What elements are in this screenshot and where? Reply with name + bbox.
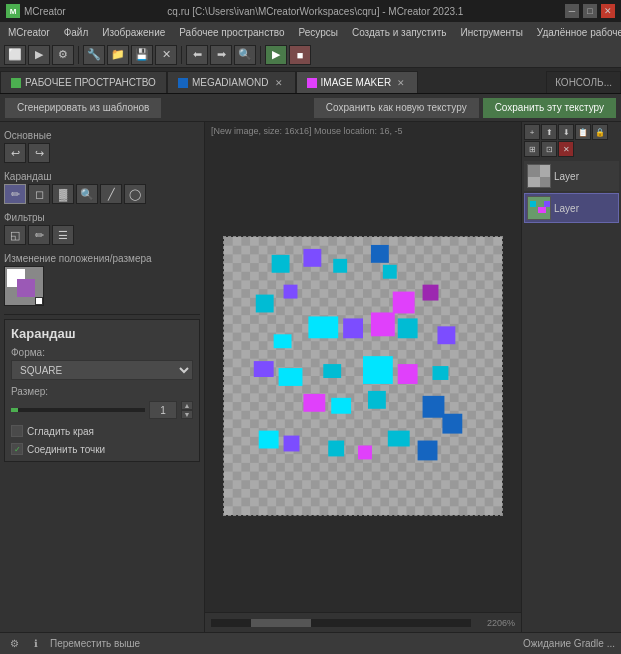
basic-tools: ↩ ↪ (4, 143, 200, 163)
pos-corner-handle[interactable] (35, 297, 43, 305)
eyedropper-tool[interactable]: 🔍 (76, 184, 98, 204)
minimize-button[interactable]: ─ (565, 4, 579, 18)
toolbar-btn-9[interactable]: ➡ (210, 45, 232, 65)
layer-tool-1[interactable]: + (524, 124, 540, 140)
maximize-button[interactable]: □ (583, 4, 597, 18)
tab-image-maker[interactable]: IMAGE MAKER ✕ (296, 71, 419, 93)
run-btn-2[interactable]: ■ (289, 45, 311, 65)
horizontal-scrollbar[interactable] (211, 619, 471, 627)
toolbar-btn-7[interactable]: ✕ (155, 45, 177, 65)
toolbar-btn-1[interactable]: ⬜ (4, 45, 26, 65)
tab-konsole[interactable]: КОНСОЛЬ... (546, 71, 621, 93)
connect-checkbox[interactable] (11, 443, 23, 455)
line-tool[interactable]: ╱ (100, 184, 122, 204)
tab-image-maker-close[interactable]: ✕ (395, 77, 407, 89)
tab-image-maker-label: IMAGE MAKER (321, 77, 392, 88)
size-slider-track[interactable] (11, 408, 145, 412)
svg-rect-23 (363, 356, 393, 384)
info-button[interactable]: ℹ (28, 636, 44, 652)
size-down-button[interactable]: ▼ (181, 410, 193, 419)
scrollbar-thumb[interactable] (251, 619, 311, 627)
run-button[interactable]: ▶ (265, 45, 287, 65)
svg-rect-27 (331, 398, 351, 414)
close-button[interactable]: ✕ (601, 4, 615, 18)
svg-rect-13 (423, 285, 439, 301)
toolbar-btn-6[interactable]: 💾 (131, 45, 153, 65)
size-input[interactable]: 1 (149, 401, 177, 419)
shape-tool[interactable]: ◯ (124, 184, 146, 204)
filter-tool-1[interactable]: ◱ (4, 225, 26, 245)
layer-tool-5[interactable]: 🔒 (592, 124, 608, 140)
main-area: Основные ↩ ↪ Карандаш ✏ ◻ ▓ 🔍 ╱ ◯ Фильтр… (0, 122, 621, 632)
svg-rect-41 (530, 201, 536, 207)
image-icon (307, 78, 317, 88)
layer-label-2: Layer (554, 203, 579, 214)
canvas-viewport[interactable] (205, 140, 521, 612)
menu-image[interactable]: Изображение (98, 27, 169, 38)
toolbar-btn-2[interactable]: ▶ (28, 45, 50, 65)
toolbar-btn-8[interactable]: ⬅ (186, 45, 208, 65)
menu-create[interactable]: Создать и запустить (348, 27, 451, 38)
right-toolbar: + ⬆ ⬇ 📋 🔒 ⊞ ⊡ ✕ (524, 124, 619, 157)
menu-mcreator[interactable]: MCreator (4, 27, 54, 38)
tab-megadiamond[interactable]: MEGADIAMOND ✕ (167, 71, 296, 93)
toolbar-btn-3[interactable]: ⚙ (52, 45, 74, 65)
toolbar-btn-10[interactable]: 🔍 (234, 45, 256, 65)
layer-tool-6[interactable]: ⊞ (524, 141, 540, 157)
settings-button[interactable]: ⚙ (6, 636, 22, 652)
layer-tool-2[interactable]: ⬆ (541, 124, 557, 140)
layer-tool-3[interactable]: ⬇ (558, 124, 574, 140)
form-select[interactable]: SQUARE CIRCLE DIAMOND (11, 360, 193, 380)
connect-label: Соединить точки (27, 444, 105, 455)
toolbar-sep-1 (78, 46, 79, 64)
layer-item-1[interactable]: Layer (524, 161, 619, 191)
action-bar: Сгенерировать из шаблонов Сохранить как … (0, 94, 621, 122)
filter-tool-3[interactable]: ☰ (52, 225, 74, 245)
size-slider-fill (11, 408, 18, 412)
menu-resources[interactable]: Ресурсы (294, 27, 341, 38)
smooth-label: Сгладить края (27, 426, 94, 437)
pencil-tool[interactable]: ✏ (4, 184, 26, 204)
position-area (4, 266, 200, 306)
layer-tool-7[interactable]: ⊡ (541, 141, 557, 157)
center-area: [New image, size: 16x16] Mouse location:… (205, 122, 521, 632)
undo-button[interactable]: ↩ (4, 143, 26, 163)
redo-button[interactable]: ↪ (28, 143, 50, 163)
toolbar-sep-3 (260, 46, 261, 64)
tab-workspace[interactable]: РАБОЧЕЕ ПРОСТРАНСТВО (0, 71, 167, 93)
generate-button[interactable]: Сгенерировать из шаблонов (4, 97, 162, 119)
menu-tools[interactable]: Инструменты (456, 27, 526, 38)
section-filtry: Фильтры (4, 212, 200, 223)
svg-rect-5 (272, 255, 290, 273)
svg-rect-28 (368, 391, 386, 409)
save-this-button[interactable]: Сохранить эту текстуру (482, 97, 617, 119)
tab-megadiamond-close[interactable]: ✕ (273, 77, 285, 89)
smooth-row: Сгладить края (11, 425, 193, 437)
menu-remote[interactable]: Удалённое рабочее пространство (533, 27, 621, 38)
toolbar-btn-4[interactable]: 🔧 (83, 45, 105, 65)
layer-delete-button[interactable]: ✕ (558, 141, 574, 157)
save-new-button[interactable]: Сохранить как новую текстуру (313, 97, 480, 119)
panel-separator (4, 314, 200, 315)
filter-tool-2[interactable]: ✏ (28, 225, 50, 245)
svg-rect-9 (383, 265, 397, 279)
smooth-checkbox[interactable] (11, 425, 23, 437)
size-up-button[interactable]: ▲ (181, 401, 193, 410)
tab-workspace-label: РАБОЧЕЕ ПРОСТРАНСТВО (25, 77, 156, 88)
fill-tool[interactable]: ▓ (52, 184, 74, 204)
layer-tool-4[interactable]: 📋 (575, 124, 591, 140)
toolbar-btn-5[interactable]: 📁 (107, 45, 129, 65)
layer-item-2[interactable]: Layer (524, 193, 619, 223)
pencil-tools: ✏ ◻ ▓ 🔍 ╱ ◯ (4, 184, 200, 204)
svg-rect-38 (528, 165, 540, 177)
eraser-tool[interactable]: ◻ (28, 184, 50, 204)
menu-file[interactable]: Файл (60, 27, 93, 38)
canvas-container[interactable] (223, 236, 503, 516)
pixel-canvas[interactable] (224, 237, 502, 515)
layer-thumb-1 (527, 164, 551, 188)
window-controls: ─ □ ✕ (565, 4, 615, 18)
connect-row: Соединить точки (11, 443, 193, 455)
menu-workspace[interactable]: Рабочее пространство (175, 27, 288, 38)
pencil-title: Карандаш (11, 326, 193, 341)
section-osnovy: Основные (4, 130, 200, 141)
